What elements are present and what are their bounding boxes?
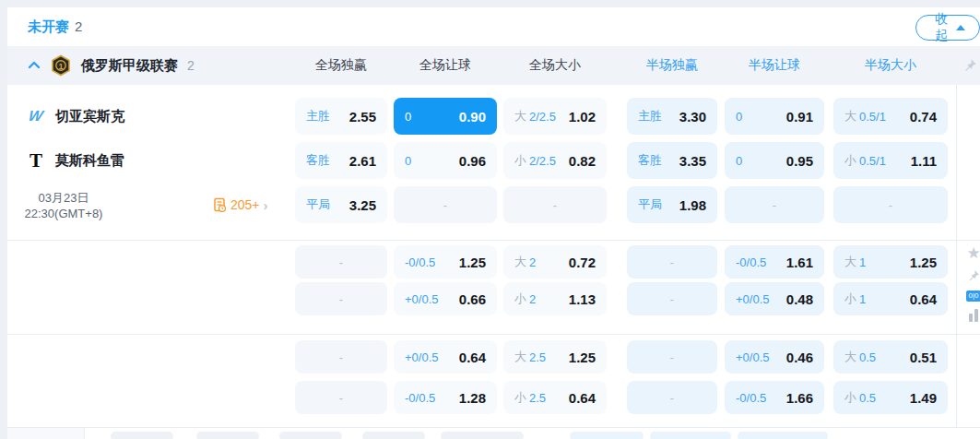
odds-value: 1.25 [459, 255, 486, 270]
odds-cell[interactable]: 0 0.95 [725, 142, 824, 179]
odds-cell[interactable]: 客胜 2.61 [295, 142, 387, 179]
away-team-row: T 莫斯科鱼雷 客胜 2.61 0 0.96 小2/2.5 0.82 客胜 3.… [7, 142, 980, 179]
odds-value: 0.64 [459, 350, 486, 365]
column-header-full-1x2: 全场独赢 [295, 46, 387, 85]
odds-cell[interactable]: 大1 1.25 [833, 245, 948, 279]
odds-cell[interactable]: -0/0.5 1.25 [394, 245, 497, 279]
odds-cell[interactable]: +0/0.5 0.64 [394, 340, 497, 374]
stats-bars-icon[interactable] [969, 309, 978, 322]
odds-cell[interactable]: 0 0.96 [394, 142, 497, 179]
chevron-right-icon: › [264, 197, 268, 213]
odds-cell-empty: - [295, 282, 387, 315]
partial-cell [196, 432, 259, 439]
odds-cell-empty: - [627, 381, 717, 414]
more-markets-link[interactable]: 205+ › [212, 186, 268, 223]
odds-prefix: 大 [844, 349, 856, 365]
odds-cell[interactable]: 平局 3.25 [295, 186, 387, 223]
odds-value: 3.30 [679, 109, 706, 125]
odds-label: 主胜 [306, 108, 330, 125]
favorite-star-icon[interactable]: ★ [966, 245, 980, 261]
odds-label: 0 [736, 154, 742, 168]
dash: - [889, 198, 892, 212]
odds-cell[interactable]: 大2 0.72 [503, 245, 607, 279]
odds-cell[interactable]: 主胜 2.55 [295, 98, 387, 135]
odds-label: 平局 [306, 196, 330, 213]
status-tab-not-started[interactable]: 未开赛2 [28, 18, 82, 36]
markets-list-icon [212, 197, 227, 212]
odds-cell[interactable]: 平局 1.98 [627, 186, 717, 223]
odds-value: 0.46 [786, 350, 813, 365]
odds-label: 1 [859, 292, 866, 306]
odds-cell[interactable]: 小0.5 1.49 [833, 381, 948, 414]
column-header-full-handicap: 全场让球 [394, 46, 497, 85]
odds-label: 客胜 [306, 152, 330, 169]
away-team: T 莫斯科鱼雷 [26, 142, 124, 179]
odds-cell[interactable]: -0/0.5 1.61 [725, 245, 824, 279]
odds-cell[interactable]: 大2/2.5 1.02 [503, 98, 607, 135]
odds-cell[interactable]: 大0.5/1 0.74 [833, 98, 948, 135]
odds-value: 1.25 [910, 255, 937, 270]
odds-value: 0.72 [569, 255, 596, 270]
odds-cell[interactable]: 客胜 3.35 [627, 142, 717, 179]
odds-cell[interactable]: 小0.5/1 1.11 [833, 142, 948, 179]
chevron-up-icon[interactable] [28, 59, 41, 72]
odds-label: 2 [529, 292, 536, 306]
partial-cell [570, 432, 643, 439]
pin-icon[interactable] [962, 57, 978, 74]
pin-icon[interactable] [966, 268, 980, 283]
odds-label: 0.5/1 [859, 154, 886, 168]
odds-cell[interactable]: 大2.5 1.25 [503, 340, 607, 374]
odds-value: 1.98 [679, 197, 706, 213]
odds-prefix: 大 [514, 108, 526, 125]
column-header-full-overunder: 全场大小 [503, 46, 607, 85]
odds-label: 2.5 [529, 350, 546, 364]
odds-cell[interactable]: 小2 1.13 [503, 282, 607, 315]
extra-odds-row: - +0/0.5 0.64 大2.5 1.25 - +0/0.5 0.46 大0… [7, 340, 980, 374]
section-header: 未开赛2 收起 [7, 7, 980, 46]
column-header-half-1x2[interactable]: 半场独赢 [627, 46, 717, 85]
odds-value: 1.11 [911, 153, 937, 169]
match-info-row: 03月23日 22:30(GMT+8) 205+ › 平局 3.25 - - [7, 186, 980, 223]
odds-label: 0.5/1 [859, 110, 886, 124]
odds-value: 3.25 [349, 197, 376, 213]
dash: - [670, 391, 674, 405]
odds-label: 2/2.5 [529, 110, 556, 124]
extra-odds-row: - -0/0.5 1.25 大2 0.72 - -0/0.5 1.61 大1 1… [7, 245, 980, 279]
odds-cell-empty: - [295, 381, 387, 414]
odds-cell[interactable]: +0/0.5 0.66 [394, 282, 497, 315]
home-team-logo-icon: W [26, 106, 46, 126]
odds-cell[interactable]: -0/0.5 1.28 [394, 381, 497, 414]
dash: - [553, 198, 557, 212]
extra-odds-row: - -0/0.5 1.28 小2.5 0.64 - -0/0.5 1.66 小0… [7, 381, 980, 414]
odds-cell[interactable]: 0 0.91 [725, 98, 824, 135]
svg-text:1: 1 [58, 62, 63, 71]
odds-prefix: 大 [514, 349, 526, 365]
odds-value: 1.25 [569, 350, 596, 365]
odds-cell[interactable]: -0/0.5 1.66 [725, 381, 824, 414]
partial-cell [362, 432, 425, 439]
score-tag-icon[interactable]: 0|0 [966, 291, 980, 302]
collapse-button[interactable]: 收起 [915, 15, 980, 41]
dash: - [670, 292, 674, 306]
dash: - [443, 198, 447, 212]
column-header-half-overunder[interactable]: 半场大小 [833, 46, 948, 85]
odds-label: +0/0.5 [405, 292, 439, 306]
odds-cell[interactable]: 大0.5 0.51 [833, 340, 948, 374]
odds-cell[interactable]: 小1 0.64 [833, 282, 948, 315]
odds-prefix: 小 [514, 389, 526, 406]
league-title-group: 1 俄罗斯甲级联赛 2 [28, 46, 195, 85]
extra-odds-row: - +0/0.5 0.66 小2 1.13 - +0/0.5 0.48 小1 0… [7, 282, 980, 315]
partial-cell [111, 432, 173, 439]
odds-label: +0/0.5 [405, 350, 439, 364]
column-header-half-handicap[interactable]: 半场让球 [725, 46, 824, 85]
odds-value: 0.48 [786, 291, 813, 307]
home-team-row: W 切亚宾斯克 主胜 2.55 0 0.90 大2/2.5 1.02 主胜 3.… [7, 98, 980, 135]
odds-cell[interactable]: 小2/2.5 0.82 [503, 142, 607, 179]
odds-cell[interactable]: +0/0.5 0.48 [725, 282, 824, 315]
odds-cell-selected[interactable]: 0 0.90 [394, 98, 497, 135]
odds-cell[interactable]: 主胜 3.30 [627, 98, 717, 135]
odds-value: 0.51 [910, 350, 937, 365]
odds-label: 平局 [638, 196, 662, 213]
odds-cell[interactable]: +0/0.5 0.46 [725, 340, 824, 374]
odds-cell[interactable]: 小2.5 0.64 [503, 381, 607, 414]
